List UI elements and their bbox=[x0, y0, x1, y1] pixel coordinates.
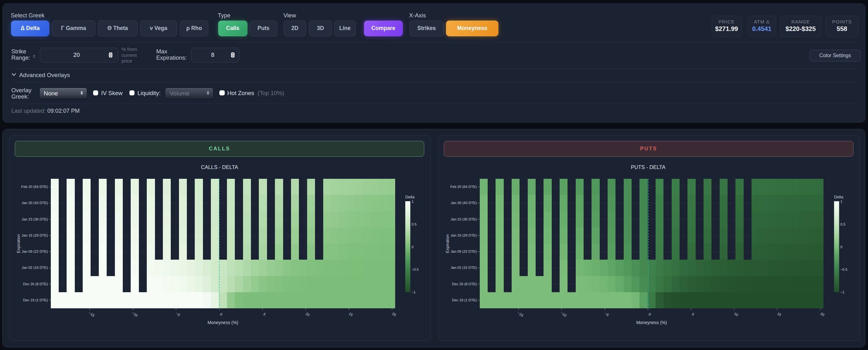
svg-text:15: 15 bbox=[776, 312, 782, 317]
svg-text:Jan 09 (22 DTE): Jan 09 (22 DTE) bbox=[22, 250, 48, 253]
svg-text:−10: −10 bbox=[560, 311, 567, 318]
svg-text:−5: −5 bbox=[175, 312, 181, 317]
svg-text:Jan 30 (43 DTE): Jan 30 (43 DTE) bbox=[22, 201, 48, 205]
svg-text:Delta: Delta bbox=[834, 195, 843, 199]
svg-text:Expiration: Expiration bbox=[16, 234, 21, 253]
svg-text:0: 0 bbox=[411, 245, 413, 249]
svg-text:−0.5: −0.5 bbox=[841, 267, 847, 271]
svg-text:PUTS - DELTA: PUTS - DELTA bbox=[631, 164, 665, 170]
svg-text:0.5: 0.5 bbox=[841, 223, 845, 226]
svg-text:1: 1 bbox=[411, 200, 413, 203]
svg-text:Jan 23 (36 DTE): Jan 23 (36 DTE) bbox=[451, 217, 477, 221]
svg-text:Moneyness (%): Moneyness (%) bbox=[208, 320, 238, 325]
svg-text:Jan 02 (15 DTE): Jan 02 (15 DTE) bbox=[22, 266, 48, 269]
svg-text:Dec 19 (1 DTE): Dec 19 (1 DTE) bbox=[452, 298, 477, 302]
svg-text:0: 0 bbox=[648, 312, 652, 316]
svg-text:Jan 16 (29 DTE): Jan 16 (29 DTE) bbox=[451, 233, 477, 237]
svg-text:−5: −5 bbox=[604, 312, 610, 317]
svg-text:Jan 16 (29 DTE): Jan 16 (29 DTE) bbox=[22, 233, 48, 237]
svg-text:15: 15 bbox=[348, 312, 353, 317]
svg-text:Dec 19 (1 DTE): Dec 19 (1 DTE) bbox=[23, 298, 48, 302]
svg-text:10: 10 bbox=[305, 312, 310, 317]
svg-text:−0.5: −0.5 bbox=[411, 267, 418, 271]
svg-text:−10: −10 bbox=[131, 311, 138, 318]
svg-text:Moneyness (%): Moneyness (%) bbox=[636, 320, 667, 325]
svg-text:20: 20 bbox=[392, 312, 397, 317]
svg-text:10: 10 bbox=[734, 312, 739, 317]
svg-text:−1: −1 bbox=[411, 290, 416, 294]
svg-text:Feb 20 (64 DTE): Feb 20 (64 DTE) bbox=[450, 185, 476, 188]
svg-text:Jan 30 (43 DTE): Jan 30 (43 DTE) bbox=[451, 201, 477, 205]
svg-text:Delta: Delta bbox=[405, 195, 414, 199]
svg-text:5: 5 bbox=[262, 312, 267, 316]
svg-text:Feb 20 (64 DTE): Feb 20 (64 DTE) bbox=[21, 185, 48, 188]
svg-text:0: 0 bbox=[841, 245, 842, 249]
svg-text:CALLS - DELTA: CALLS - DELTA bbox=[201, 164, 238, 170]
svg-text:0: 0 bbox=[219, 312, 223, 316]
svg-text:−15: −15 bbox=[88, 311, 95, 318]
svg-text:Jan 02 (15 DTE): Jan 02 (15 DTE) bbox=[451, 266, 477, 269]
svg-text:5: 5 bbox=[691, 312, 695, 316]
svg-text:20: 20 bbox=[820, 312, 825, 317]
svg-text:Jan 23 (36 DTE): Jan 23 (36 DTE) bbox=[22, 217, 48, 221]
svg-text:−15: −15 bbox=[517, 311, 524, 318]
svg-text:Expiration: Expiration bbox=[445, 234, 450, 253]
svg-text:0.5: 0.5 bbox=[411, 223, 416, 226]
svg-text:1: 1 bbox=[841, 200, 842, 203]
svg-text:Dec 26 (8 DTE): Dec 26 (8 DTE) bbox=[452, 282, 477, 286]
svg-text:−1: −1 bbox=[841, 290, 845, 294]
svg-text:Dec 26 (8 DTE): Dec 26 (8 DTE) bbox=[23, 282, 48, 286]
svg-text:Jan 09 (22 DTE): Jan 09 (22 DTE) bbox=[451, 250, 477, 253]
